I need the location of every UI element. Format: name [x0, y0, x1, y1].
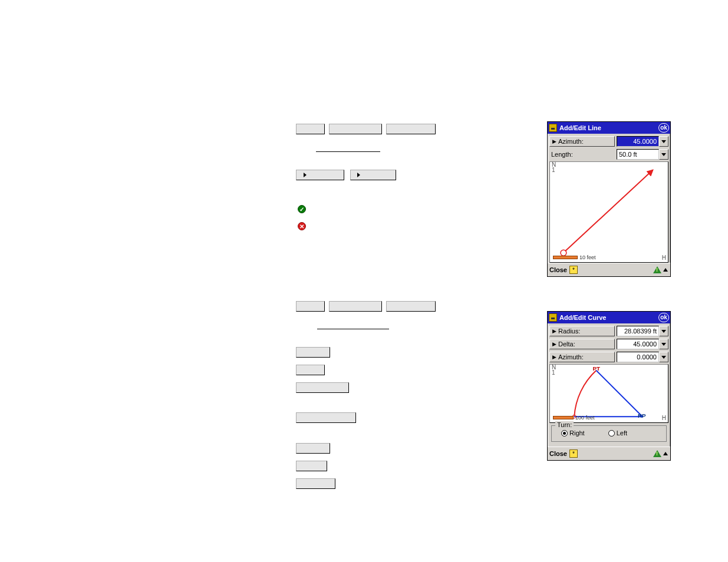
turn-right-radio[interactable]: Right [561, 429, 585, 437]
arrow-right-icon [357, 173, 360, 177]
radio-icon [561, 430, 568, 437]
row-radius: ▶Radius: 28.08399 ft [549, 325, 668, 337]
azimuth-label: Azimuth: [558, 138, 584, 145]
dialog-title: Add/Edit Line [559, 124, 658, 131]
scale-bar [553, 416, 574, 419]
azimuth-dropdown[interactable] [659, 136, 668, 147]
titlebar: Add/Edit Curve ok [548, 312, 670, 323]
radio-icon [608, 430, 615, 437]
error-icon: ✕ [298, 222, 306, 230]
arrow-right-icon: ▶ [552, 328, 556, 334]
length-label: Length: [549, 151, 617, 158]
svg-text:RP: RP [638, 412, 646, 419]
warning-icon[interactable] [653, 450, 661, 457]
dialog-title: Add/Edit Curve [559, 314, 658, 321]
chip-b1[interactable] [296, 301, 325, 312]
row-delta: ▶Delta: 45.0000 [549, 338, 668, 350]
svg-line-1 [565, 170, 653, 251]
delta-label-button[interactable]: ▶Delta: [549, 339, 615, 349]
turn-legend: Turn: [555, 421, 574, 428]
turn-group: Turn: Right Left [551, 425, 667, 442]
ok-button[interactable]: ok [658, 123, 669, 133]
radius-dropdown[interactable] [659, 326, 668, 336]
azimuth-label: Azimuth: [558, 353, 584, 361]
chip-a3[interactable] [386, 124, 436, 134]
length-field[interactable]: 50.0 ft [617, 149, 659, 160]
chip-c6[interactable] [296, 461, 327, 471]
svg-line-2 [596, 371, 642, 416]
app-icon [549, 124, 557, 132]
arrow-right-icon: ▶ [552, 341, 556, 347]
radius-label: Radius: [558, 328, 580, 335]
turn-left-radio[interactable]: Left [608, 429, 627, 437]
dialog-body: ▶Radius: 28.08399 ft ▶Delta: 45.0000 ▶Az… [548, 323, 670, 442]
line-preview-panel: N 1 H 10 feet [549, 161, 668, 263]
azimuth-field[interactable]: 0.0000 [617, 352, 659, 362]
chip-b2[interactable] [329, 301, 382, 312]
canvas: ✓ ✕ Add/Edit Line ok ▶Azimuth: 45.0000 L… [0, 0, 728, 562]
arrow-right-icon: ▶ [552, 138, 556, 144]
dialog-body: ▶Azimuth: 45.0000 Length: 50.0 ft N 1 H [548, 134, 670, 263]
close-button[interactable]: Close [549, 450, 567, 457]
delta-label: Delta: [558, 340, 575, 348]
up-arrow-icon[interactable] [663, 266, 668, 273]
row-length: Length: 50.0 ft [549, 148, 668, 160]
row-azimuth: ▶Azimuth: 0.0000 [549, 351, 668, 363]
status-bar: Close * [548, 263, 670, 276]
chip-c4[interactable] [296, 412, 356, 423]
chip-c3[interactable] [296, 382, 349, 393]
radius-label-button[interactable]: ▶Radius: [549, 326, 615, 336]
check-icon: ✓ [298, 205, 306, 213]
azimuth-label-button[interactable]: ▶Azimuth: [549, 136, 615, 147]
keyboard-icon[interactable]: * [569, 266, 578, 274]
delta-field[interactable]: 45.0000 [617, 339, 659, 349]
curve-preview-svg: PT RP [550, 365, 668, 422]
azimuth-field[interactable]: 45.0000 [617, 136, 659, 147]
close-button[interactable]: Close [549, 266, 567, 273]
length-dropdown[interactable] [659, 149, 668, 160]
app-icon [549, 313, 557, 322]
keyboard-icon[interactable]: * [569, 449, 578, 458]
svg-text:PT: PT [593, 365, 601, 372]
chip-a2[interactable] [329, 124, 382, 134]
radius-field[interactable]: 28.08399 ft [617, 326, 659, 336]
scale-label: 100 feet [575, 415, 595, 421]
arrow-right-icon [304, 173, 307, 177]
line-preview-svg [550, 162, 668, 262]
scale-label: 10 feet [579, 254, 596, 260]
azimuth-label-button[interactable]: ▶Azimuth: [549, 352, 615, 362]
divider-2 [317, 329, 389, 329]
chip-a1[interactable] [296, 124, 325, 134]
up-arrow-icon[interactable] [663, 450, 668, 457]
dialog-add-edit-line: Add/Edit Line ok ▶Azimuth: 45.0000 Lengt… [547, 121, 671, 277]
warning-icon[interactable] [653, 266, 661, 273]
chip-c2[interactable] [296, 365, 325, 375]
curve-preview-panel: N 1 H PT RP 100 feet [549, 364, 668, 423]
turn-right-label: Right [569, 429, 585, 437]
chip-b3[interactable] [386, 301, 436, 312]
row-azimuth: ▶Azimuth: 45.0000 [549, 135, 668, 147]
turn-left-label: Left [617, 429, 627, 437]
chip-c5[interactable] [296, 443, 330, 454]
status-bar: Close * [548, 447, 670, 460]
titlebar: Add/Edit Line ok [548, 122, 670, 134]
arrow-right-icon: ▶ [552, 354, 556, 360]
dialog-add-edit-curve: Add/Edit Curve ok ▶Radius: 28.08399 ft ▶… [547, 311, 671, 461]
divider-1 [316, 151, 380, 152]
chip-c7[interactable] [296, 478, 335, 489]
scale-bar [553, 256, 578, 259]
delta-dropdown[interactable] [659, 339, 668, 349]
azimuth-dropdown[interactable] [659, 352, 668, 362]
ok-button[interactable]: ok [658, 313, 669, 322]
chip-c1[interactable] [296, 347, 330, 358]
